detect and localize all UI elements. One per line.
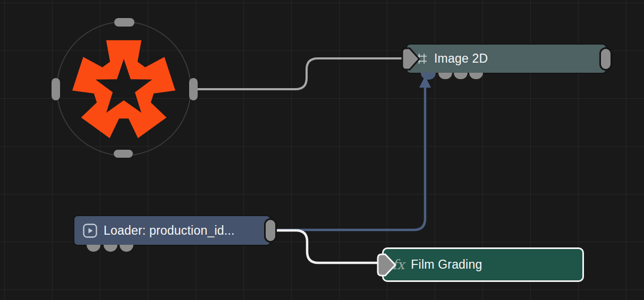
image2d-bottom-port-2[interactable] bbox=[454, 73, 468, 79]
node-label: Film Grading bbox=[411, 258, 482, 272]
loader-output-port[interactable] bbox=[264, 218, 277, 243]
hub-port-left[interactable] bbox=[52, 78, 60, 100]
hub-port-top[interactable] bbox=[114, 18, 134, 27]
image2d-bottom-port-3[interactable] bbox=[469, 73, 483, 79]
node-label: Loader: production_id... bbox=[104, 224, 234, 238]
image2d-output-port[interactable] bbox=[599, 47, 612, 71]
hub-port-bottom[interactable] bbox=[114, 150, 133, 158]
loader-bottom-port-3[interactable] bbox=[120, 245, 133, 252]
image2d-input-port[interactable] bbox=[399, 46, 421, 72]
loader-bottom-port-1[interactable] bbox=[87, 245, 100, 252]
play-icon bbox=[83, 224, 97, 238]
image2d-bottom-ports bbox=[407, 73, 606, 80]
wire-loader-to-image2d[interactable] bbox=[277, 85, 425, 230]
node-graph-canvas[interactable]: Image 2D Loader: production_id... bbox=[0, 0, 644, 300]
node-image-2d[interactable]: Image 2D bbox=[406, 44, 607, 74]
image2d-bottom-port-blue[interactable] bbox=[421, 73, 436, 80]
node-loader[interactable]: Loader: production_id... bbox=[73, 215, 271, 246]
loader-bottom-ports bbox=[74, 245, 270, 252]
image2d-bottom-port-1[interactable] bbox=[438, 73, 452, 79]
wire-loader-to-film-grading[interactable] bbox=[276, 230, 379, 263]
wire-hub-to-image2d[interactable] bbox=[194, 58, 402, 89]
loader-bottom-port-2[interactable] bbox=[104, 245, 117, 252]
hub-port-right[interactable] bbox=[189, 78, 198, 100]
film-grading-input-port[interactable] bbox=[374, 252, 397, 278]
node-label: Image 2D bbox=[434, 52, 488, 66]
node-film-grading[interactable]: fx Film Grading bbox=[382, 247, 584, 282]
star-pentagon-logo-icon[interactable] bbox=[65, 30, 182, 147]
